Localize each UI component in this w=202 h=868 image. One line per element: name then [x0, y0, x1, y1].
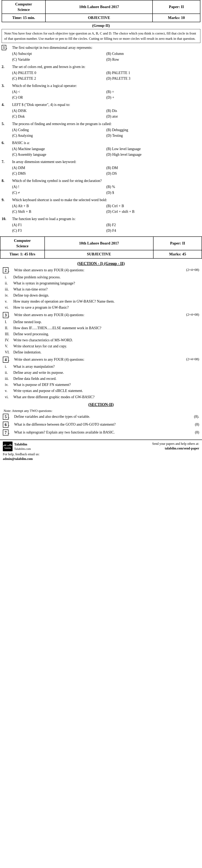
sq3-III: III. Define word processing.: [5, 332, 199, 337]
q1-text-content: The first subscript in two dimensional a…: [12, 45, 92, 50]
q4-opt-b: (B) Dis: [106, 108, 200, 113]
q4-opt-d: (D) ator: [106, 114, 200, 119]
question-9: 9. Which keyboard shortcut is used to ma…: [2, 197, 200, 214]
section2-note: Note: Attempt any TWO questions:: [3, 408, 199, 413]
q8-text: Which of the following symbol is used fo…: [12, 178, 200, 195]
q7-text-content: In array dimension statement uses keywor…: [12, 160, 76, 164]
subj-subject: ComputerScience: [0, 237, 45, 250]
sq4-ii: ii. Define array and write its purpose.: [5, 370, 199, 375]
q7-options: (A) DIM (B) DM (C) DMS (D) DS: [12, 165, 200, 176]
sq2-i: i. Define problem solving process.: [5, 275, 199, 280]
sq4-num-box: 4: [3, 356, 8, 363]
q2-opt-b: (B) PALETTE 1: [106, 70, 200, 75]
sq2-i-text: Define problem solving process.: [13, 275, 199, 280]
sq3-marks: (2×4=08): [186, 312, 199, 317]
q5-text: The process of finding and removing erro…: [12, 121, 200, 138]
sq6-marks: (8): [195, 422, 199, 427]
sq4-iii: iii. Define data fields and record.: [5, 376, 199, 381]
sq2-iii-text: What is run-time error?: [13, 287, 199, 292]
q7-num: 7.: [2, 159, 12, 176]
q10-options: (A) F1 (B) F2 (C) F3 (D) F4: [12, 222, 200, 233]
sq2-v-num: v.: [5, 299, 13, 304]
q4-opt-c: (C) Disk: [12, 114, 106, 119]
sq4-num: 4.: [3, 357, 14, 363]
footer-help: For help, feedback email us: admin@talab…: [3, 452, 39, 461]
q5-text-content: The process of finding and removing erro…: [12, 122, 112, 126]
sq2-wrapper: 2. Write short answers to any FOUR (4) q…: [3, 268, 199, 310]
sq3-VI: VI. Define indentation.: [5, 349, 199, 355]
sq3-sub-items: I. Define nested loop. II. How does IF..…: [3, 319, 199, 355]
q5-options: (A) Coding (B) Debugging (C) Analyzing (…: [12, 127, 200, 138]
obj-header: ComputerScience 10th Lahore Board 2017 P…: [2, 0, 200, 22]
q5-num: 5.: [2, 121, 12, 138]
q1-opt-a: (A) Subscript: [12, 51, 106, 56]
sq4-sub-items: i. What is array manipulation? ii. Defin…: [3, 364, 199, 400]
q8-opt-b: (B) %: [106, 184, 200, 189]
q3-options: (A) < (B) = (C) OR (D) +: [12, 89, 200, 100]
footer-brand: Talabilm Talabilm.com: [14, 442, 31, 451]
sq2-iv-num: iv.: [5, 293, 13, 298]
logo-text-english: Talabilm: [4, 447, 11, 450]
sq4-item: 4. Write short answers to any FOUR (4) q…: [3, 357, 199, 363]
sq2-text: Write short answers to any FOUR (4) ques…: [14, 268, 199, 273]
sq2-vi: vi. How to save a program in GW-Basic?: [5, 305, 199, 310]
q10-opt-a: (A) F1: [12, 222, 106, 227]
q1-opt-c: (C) Variable: [12, 57, 106, 62]
q2-text-content: The set of colors red, green and brown i…: [12, 65, 85, 69]
q2-opt-c: (C) PALETTE 2: [12, 76, 106, 81]
q9-opt-d: (D) Ctrl + shift + B: [106, 209, 200, 214]
subj-marks: Marks: 45: [153, 250, 202, 258]
logo-text-arabic: طالب علم: [3, 443, 12, 446]
sq4-wrapper: 4. Write short answers to any FOUR (4) q…: [3, 357, 199, 400]
q6-opt-c: (C) Assembly language: [12, 152, 106, 157]
q6-opt-a: (A) Machine language: [12, 146, 106, 152]
hdr-marks: Marks: 10: [152, 14, 200, 22]
q7-text: In array dimension statement uses keywor…: [12, 159, 200, 176]
sq5-marks: (8).: [194, 414, 199, 419]
q10-num: 10.: [2, 216, 12, 233]
q3-opt-b: (B) =: [106, 89, 200, 94]
q10-text: The function key used to load a program …: [12, 216, 200, 233]
question-10: 10. The function key used to load a prog…: [2, 216, 200, 233]
sq3-num: 3.: [3, 312, 14, 318]
sq5-num-box: 5: [3, 414, 8, 420]
question-2: 2. The set of colors red, green and brow…: [2, 64, 200, 81]
q2-opt-a: (A) PALETTE 0: [12, 70, 106, 75]
subj-time: Time: 1: 45 Hrs: [0, 250, 45, 258]
q3-opt-d: (D) +: [106, 95, 200, 100]
sq3-II: II. How does IF......THEN......ELSE stat…: [5, 326, 199, 331]
sq3-wrapper: 3. Write short answers to any FOUR (4) q…: [3, 312, 199, 355]
sq2-iv-text: Define top down design.: [13, 293, 199, 298]
q1-dot: .: [6, 45, 7, 50]
q2-options: (A) PALETTE 0 (B) PALETTE 1 (C) PALETTE …: [12, 70, 200, 81]
hdr-type: OBJECTIVE: [46, 14, 152, 22]
q2-num: 2.: [2, 64, 12, 81]
q5-opt-d: (D) Testing: [106, 133, 200, 138]
q2-text: The set of colors red, green and brown i…: [12, 64, 200, 81]
q10-opt-b: (B) F2: [106, 222, 200, 227]
sq2-num: 2.: [3, 268, 14, 273]
page: Computer Science 10th Lahore Board 2017 …: [0, 0, 202, 463]
sq7-item: 7. What is subprogram? Explain any two f…: [3, 430, 199, 435]
sq7-num-box: 7: [3, 430, 8, 435]
question-7: 7. In array dimension statement uses key…: [2, 159, 200, 176]
q8-opt-a: (A) !: [12, 184, 106, 189]
q7-opt-c: (C) DMS: [12, 171, 106, 176]
question-8: 8. Which of the following symbol is used…: [2, 178, 200, 195]
hdr-paper: Paper: II: [152, 0, 200, 14]
q6-options: (A) Machine language (B) Low level langu…: [12, 146, 200, 157]
sq7-text: What is subprogram? Explain any two func…: [14, 430, 199, 435]
sq6-num-box: 6: [3, 422, 8, 428]
sq2-num-box: 2: [3, 267, 8, 273]
sq4-iv: iv. What is purpose of DEF FN statement?: [5, 382, 199, 387]
sq2-v: v. How many modes of operation are there…: [5, 299, 199, 304]
sq7-marks: (8): [195, 430, 199, 435]
q5-opt-c: (C) Analyzing: [12, 133, 106, 138]
q1-opt-b: (B) Column: [106, 51, 200, 56]
q3-opt-a: (A) <: [12, 89, 106, 94]
q7-opt-a: (A) DIM: [12, 165, 106, 170]
q9-options: (A) Alt + B (B) Ctrl + B (C) Shift + B (…: [12, 203, 200, 214]
subjective-section-1: 2. Write short answers to any FOUR (4) q…: [0, 268, 202, 435]
footer: طالب علم Talabilm Talabilm Talabilm.com …: [0, 439, 202, 463]
q4-opt-a: (A) DISK: [12, 108, 106, 113]
